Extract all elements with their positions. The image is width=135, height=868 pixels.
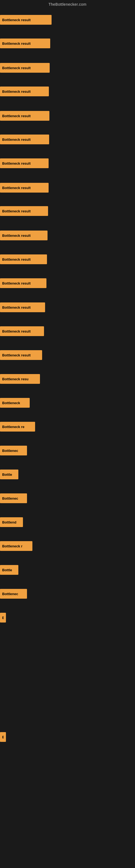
bottleneck-result-label: Bottleneck result xyxy=(2,281,31,285)
bottleneck-result-label: Bottleneck result xyxy=(2,353,31,357)
bottleneck-result-label: Bottleneck result xyxy=(2,209,31,213)
bottleneck-result-label: Bottle xyxy=(2,568,12,572)
bottleneck-result-item: Bottleneck result xyxy=(0,230,48,240)
bottleneck-result-item: Bottleneck result xyxy=(0,87,49,96)
bottleneck-result-item: Bottlend xyxy=(0,517,23,527)
bottleneck-result-item: Bottlenec xyxy=(0,493,27,503)
bottleneck-result-item: Bottleneck resu xyxy=(0,374,40,384)
bottleneck-result-label: Bottleneck result xyxy=(2,114,31,118)
bottleneck-result-label: Bottlenec xyxy=(2,448,18,453)
bottleneck-result-item: B xyxy=(0,613,6,622)
bottleneck-result-label: Bottleneck r xyxy=(2,544,22,548)
bottleneck-result-item: Bottleneck xyxy=(0,398,30,408)
bottleneck-result-label: B xyxy=(2,735,4,739)
bottleneck-result-label: Bottleneck result xyxy=(2,161,31,165)
bottleneck-result-item: Bottlenec xyxy=(0,446,27,456)
bottleneck-result-item: Bottleneck result xyxy=(0,326,44,336)
bottleneck-result-item: Bottle xyxy=(0,565,18,575)
bottleneck-result-item: Bottleneck result xyxy=(0,15,52,25)
bottleneck-result-item: Bottle xyxy=(0,469,18,479)
bottleneck-result-label: Bottlenec xyxy=(2,496,18,500)
bottleneck-result-label: Bottleneck result xyxy=(2,234,31,238)
bottleneck-result-item: Bottleneck re xyxy=(0,422,35,432)
bottleneck-result-item: Bottleneck result xyxy=(0,206,48,216)
bottleneck-result-item: Bottlenec xyxy=(0,589,27,599)
bottleneck-result-label: Bottleneck result xyxy=(2,186,31,190)
bottleneck-result-item: Bottleneck result xyxy=(0,303,45,312)
bottleneck-result-item: Bottleneck result xyxy=(0,254,47,264)
bottleneck-result-item: Bottleneck result xyxy=(0,111,49,121)
bottleneck-result-label: Bottleneck result xyxy=(2,305,31,310)
bottleneck-result-label: Bottleneck xyxy=(2,401,20,405)
bottleneck-result-label: Bottleneck re xyxy=(2,425,24,429)
site-title: TheBottlenecker.com xyxy=(0,0,135,8)
bottleneck-result-label: Bottleneck result xyxy=(2,66,31,70)
bottleneck-result-label: Bottlend xyxy=(2,520,16,524)
bottleneck-result-label: Bottleneck result xyxy=(2,137,31,142)
bottleneck-result-label: Bottle xyxy=(2,472,12,476)
bottleneck-result-label: Bottlenec xyxy=(2,592,18,596)
bottleneck-result-item: Bottleneck result xyxy=(0,134,49,144)
bottleneck-result-label: Bottleneck result xyxy=(2,329,31,333)
bottleneck-result-label: Bottleneck result xyxy=(2,18,31,22)
bottleneck-result-label: Bottleneck result xyxy=(2,41,31,45)
bottleneck-result-item: B xyxy=(0,732,6,742)
bottleneck-result-item: Bottleneck result xyxy=(0,158,49,168)
bottleneck-result-item: Bottleneck result xyxy=(0,278,46,288)
bottleneck-result-item: Bottleneck r xyxy=(0,541,32,551)
bottleneck-result-label: Bottleneck resu xyxy=(2,377,29,381)
bottleneck-result-label: Bottleneck result xyxy=(2,257,31,261)
bottleneck-result-item: Bottleneck result xyxy=(0,38,50,48)
bottleneck-result-item: Bottleneck result xyxy=(0,63,50,73)
bottleneck-result-item: Bottleneck result xyxy=(0,350,42,360)
bottleneck-result-item: Bottleneck result xyxy=(0,183,49,193)
bottleneck-result-label: B xyxy=(2,616,4,620)
bottleneck-result-label: Bottleneck result xyxy=(2,90,31,94)
